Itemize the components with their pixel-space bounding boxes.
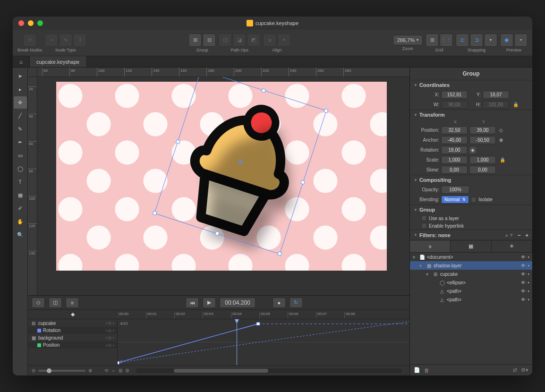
home-tab[interactable]: ⌂ <box>13 56 30 67</box>
timeline-scrollbar[interactable] <box>136 368 402 373</box>
tree-tab-extras[interactable]: ✳ <box>492 240 532 252</box>
preview-button[interactable]: ◉ <box>500 34 513 47</box>
select-dot-icon[interactable]: • <box>528 289 529 294</box>
artboard[interactable] <box>56 82 387 271</box>
scale-lock-icon[interactable]: 🔒 <box>498 157 507 162</box>
snap-edge-button[interactable]: ⊐ <box>470 34 483 47</box>
transform-header[interactable]: ▼Transform <box>410 110 532 119</box>
timeline-graph-view-button[interactable]: ◫ <box>49 298 62 308</box>
zoom-out-icon[interactable]: ⊖ <box>32 368 35 373</box>
rectangle-tool[interactable]: ▭ <box>14 149 27 162</box>
scale-y-input[interactable]: 1,000 <box>469 156 496 164</box>
filter-down-icon[interactable]: ▾ <box>510 232 513 238</box>
timeline-item[interactable]: Rotation‹ ◇ › <box>28 327 117 334</box>
select-dot-icon[interactable]: • <box>528 255 529 260</box>
hand-tool[interactable]: ✋ <box>14 215 27 228</box>
coord-h-input[interactable]: 101,00 <box>483 101 509 109</box>
skew-y-input[interactable]: 0,00 <box>469 166 496 174</box>
timeline-zoom-slider[interactable] <box>38 370 85 372</box>
tree-row[interactable]: ▾📄<document>👁• <box>410 253 532 261</box>
coord-w-input[interactable]: 90,00 <box>441 101 468 109</box>
rotation-input[interactable]: 18,00 <box>441 146 468 154</box>
tree-row[interactable]: △<path>👁• <box>410 287 532 295</box>
select-tool[interactable]: ➤ <box>14 70 27 82</box>
path-intersect-button[interactable]: ◩ <box>247 34 260 47</box>
snap-dropdown-button[interactable]: ▾ <box>484 34 497 47</box>
snap-node-button[interactable]: ⊏ <box>456 34 469 47</box>
select-dot-icon[interactable]: • <box>528 280 529 285</box>
tree-row[interactable]: ◯<ellipse>👁• <box>410 278 532 287</box>
zoom-window-button[interactable] <box>37 20 43 26</box>
current-time-display[interactable]: 00:04.200 <box>220 298 255 308</box>
anchor-point-icon[interactable] <box>238 159 244 165</box>
visibility-icon[interactable]: 👁 <box>521 280 526 285</box>
loop-button[interactable]: ↻ <box>290 298 303 308</box>
keyframe-rotation-button[interactable]: ◈ <box>469 147 476 153</box>
isolate-checkbox[interactable] <box>471 197 477 203</box>
path-subtract-button[interactable]: ◪ <box>233 34 246 47</box>
timeline-item[interactable]: ⊞cupcake‹ ◇ › <box>28 319 117 327</box>
select-dot-icon[interactable]: • <box>528 272 529 277</box>
new-folder-icon[interactable]: 📄 <box>414 367 420 373</box>
resize-handle-sw[interactable] <box>153 211 157 215</box>
keyframe-position-button[interactable]: ◇ <box>498 127 504 134</box>
ellipse-tool[interactable]: ◯ <box>14 162 27 175</box>
document-tab[interactable]: cupcake.keyshape <box>30 56 86 67</box>
select-dot-icon[interactable]: • <box>528 263 529 268</box>
blending-select[interactable]: Normal⇅ <box>441 196 469 204</box>
minimize-window-button[interactable] <box>28 20 34 26</box>
visibility-icon[interactable]: 👁 <box>521 263 526 268</box>
pencil-tool[interactable]: ✎ <box>14 123 27 135</box>
pen-tool[interactable]: ✒ <box>14 136 27 148</box>
grid-dots-button[interactable]: ⋮⋮ <box>440 34 453 47</box>
resize-handle-ne[interactable] <box>324 109 328 113</box>
group-button[interactable]: ⊞ <box>188 34 202 47</box>
position-y-input[interactable]: 39,00 <box>469 126 496 134</box>
image-tool[interactable]: ▦ <box>14 189 27 201</box>
timeline-graph[interactable]: 400 0 <box>118 319 409 365</box>
filter-remove-icon[interactable]: − <box>518 232 520 238</box>
timeline-item[interactable]: Position‹ ◇ › <box>28 341 117 349</box>
canvas-viewport[interactable]: 6080100120140160180200220240260280 20406… <box>28 68 409 295</box>
delete-icon[interactable]: 🗑 <box>424 367 429 373</box>
tree-row[interactable]: ▾⊞cupcake👁• <box>410 270 532 278</box>
node-type-smooth-button[interactable]: ∿ <box>59 34 72 47</box>
filter-add-icon[interactable]: + <box>526 232 528 238</box>
coord-y-input[interactable]: 18,07 <box>483 91 509 99</box>
settings-icon[interactable]: ⚙▾ <box>521 367 528 373</box>
coordinates-header[interactable]: ▼Coordinates <box>410 80 532 90</box>
record-button[interactable]: ● <box>272 298 286 308</box>
swap-icon[interactable]: ⇄ <box>513 367 517 373</box>
tree-tab-layers[interactable]: ≡ <box>410 240 451 252</box>
visibility-icon[interactable]: 👁 <box>521 289 526 294</box>
resize-handle-n[interactable] <box>261 88 266 93</box>
playhead[interactable] <box>237 319 237 365</box>
use-as-layer-checkbox[interactable] <box>421 215 427 221</box>
tree-row[interactable]: ▾▦shadow-layer👁• <box>410 261 532 270</box>
opacity-input[interactable]: 100% <box>441 186 469 194</box>
eyedropper-tool[interactable]: ✐ <box>14 202 27 214</box>
align-dropdown-button[interactable]: ▾ <box>277 34 290 47</box>
line-tool[interactable]: ╱ <box>14 110 27 122</box>
visibility-icon[interactable]: 👁 <box>521 297 526 302</box>
timeline-keyframe-view-button[interactable]: ◇ <box>32 298 45 308</box>
filter-up-icon[interactable]: ▴ <box>505 232 508 238</box>
node-type-symmetric-button[interactable]: ⌇ <box>73 34 86 47</box>
break-nodes-button[interactable]: ⊹ <box>23 34 36 47</box>
node-type-corner-button[interactable]: ⌁ <box>45 34 58 47</box>
zoom-dropdown[interactable]: 286,7% ▾ <box>393 35 423 45</box>
group-section-header[interactable]: ▼Group <box>410 205 532 214</box>
move-tool[interactable]: ✥ <box>14 96 27 109</box>
skew-x-input[interactable]: 0,00 <box>441 166 468 174</box>
position-x-input[interactable]: 32,50 <box>441 126 468 134</box>
zoom-tool[interactable]: 🔍 <box>14 229 27 241</box>
timeline-list-view-button[interactable]: ≡ <box>66 298 79 308</box>
play-button[interactable]: ▶ <box>203 298 216 308</box>
go-to-start-button[interactable]: ⏮ <box>186 298 199 308</box>
lock-icon[interactable]: 🔒 <box>511 102 520 107</box>
zoom-in-icon[interactable]: ⊕ <box>88 368 92 373</box>
resize-handle-w[interactable] <box>176 139 180 144</box>
grid-toggle-button[interactable]: ⊞ <box>426 34 439 47</box>
compositing-header[interactable]: ▼Compositing <box>410 175 532 185</box>
hyperlink-checkbox[interactable] <box>421 223 427 229</box>
